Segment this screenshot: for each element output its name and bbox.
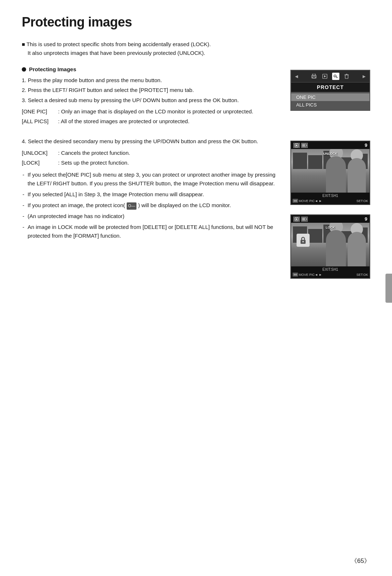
svg-rect-15 xyxy=(303,144,305,146)
svg-point-5 xyxy=(334,75,336,77)
svg-rect-14 xyxy=(306,145,307,146)
photo2-image-area: LOCK xyxy=(291,223,369,266)
photo2-person-left xyxy=(326,230,346,266)
section2-text: 4. Select the desired secondary menu by … xyxy=(22,137,279,242)
photo2-exit-row: EXIT:SH1 xyxy=(293,267,368,272)
term-lock-label: [LOCK] xyxy=(22,158,58,167)
svg-rect-8 xyxy=(345,75,348,78)
term-one-pic: [ONE PIC] : Only an image that is displa… xyxy=(22,107,279,126)
photo1-set-text: SET:OK xyxy=(356,199,368,203)
photo-ui-lock: 9 xyxy=(290,214,370,279)
photo2-set-text: SET:OK xyxy=(356,273,368,277)
protect-menu-one-pic: ONE PIC xyxy=(291,93,369,101)
intro-line2: It also unprotects images that have been… xyxy=(22,49,370,57)
photo1-battery-icon xyxy=(301,143,308,148)
photo1-number: 9 xyxy=(365,142,367,148)
photo2-nav-row: Int MOVE PIC◄ ► SET:OK xyxy=(293,272,368,277)
photo2-move-text: MOVE PIC◄ ► xyxy=(299,273,322,277)
trash-icon xyxy=(343,73,350,80)
photo2-play-icon xyxy=(293,217,300,222)
section1-content: Protecting Images 1. Press the play mode… xyxy=(22,66,370,127)
right-arrow-icon: ► xyxy=(362,73,367,79)
photo2-person-right xyxy=(348,232,366,266)
photo2-number: 9 xyxy=(365,216,367,222)
term-all-pics-desc: : All of the stored images are protected… xyxy=(58,117,279,125)
term-unlock: [UNLOCK] : Cancels the protect function. xyxy=(22,149,279,157)
step-3: 3. Select a desired sub menu by pressing… xyxy=(22,96,279,104)
protect-menu-all-pics: ALL PICS xyxy=(291,101,369,109)
photo2-nav-left: Int MOVE PIC◄ ► xyxy=(293,273,322,277)
camera-photos-col: 9 UNLOCK xyxy=(290,137,370,279)
photo2-bottom-bar: EXIT:SH1 Int MOVE PIC◄ ► SET:OK xyxy=(291,266,369,278)
print-icon xyxy=(310,73,318,80)
photo1-nav-left: Int MOVE PIC◄ ► xyxy=(293,199,322,203)
int-badge-1: Int xyxy=(293,199,298,203)
photo1-image-area: UNLOCK xyxy=(291,149,369,193)
svg-rect-20 xyxy=(303,218,305,220)
bullet-5: An image in LOCK mode will be protected … xyxy=(22,223,279,240)
svg-marker-4 xyxy=(324,75,326,77)
term-lock: [LOCK] : Sets up the protect function. xyxy=(22,158,279,167)
lock-icon-overlay xyxy=(297,234,310,247)
page-tab xyxy=(385,274,392,303)
photo1-bottom-bar: EXIT:SH1 Int MOVE PIC◄ ► SET:OK xyxy=(291,193,369,204)
term-one-pic-desc: : Only an image that is displayed on the… xyxy=(58,107,279,116)
unlock-overlay-label: UNLOCK xyxy=(323,152,338,156)
photo1-person-right xyxy=(348,158,366,193)
protect-menu-items: ONE PIC ALL PICS xyxy=(291,92,369,110)
step-2: 2. Press the LEFT/ RIGHT button and sele… xyxy=(22,86,279,94)
photo2-top-bar: 9 xyxy=(291,215,369,223)
left-arrow-icon: ◄ xyxy=(294,73,299,79)
photo1-exit-row: EXIT:SH1 xyxy=(293,193,368,198)
term-unlock-desc: : Cancels the protect function. xyxy=(58,149,279,157)
step-1: 1. Press the play mode button and press … xyxy=(22,76,279,84)
section2-content: 4. Select the desired secondary menu by … xyxy=(22,137,370,279)
term-one-pic-label: [ONE PIC] xyxy=(22,107,58,116)
intro-line1: ■ This is used to protect specific shots… xyxy=(22,40,370,49)
svg-marker-12 xyxy=(296,144,298,146)
svg-marker-17 xyxy=(296,218,298,220)
page-title: Protecting images xyxy=(22,15,370,30)
protect-menu-ui: ◄ ► PROTECT xyxy=(290,70,370,111)
bullet-1: If you select the[ONE PIC] sub menu at s… xyxy=(22,170,279,188)
play-icon xyxy=(321,73,328,80)
camera-icon-row xyxy=(310,73,350,80)
term-unlock-label: [UNLOCK] xyxy=(22,149,58,157)
int-badge-2: Int xyxy=(293,273,298,277)
building-b xyxy=(308,229,322,243)
svg-point-22 xyxy=(302,241,304,242)
photo1-person-left xyxy=(326,156,346,193)
key-protect-icon xyxy=(332,73,339,80)
photo1-play-icon xyxy=(293,143,300,148)
term-lock-desc: : Sets up the protect function. xyxy=(58,158,279,167)
bullet-4: (An unprotected image has no indicator) xyxy=(22,212,279,221)
step-4: 4. Select the desired secondary menu by … xyxy=(22,137,279,145)
section1-text: Protecting Images 1. Press the play mode… xyxy=(22,66,279,127)
svg-line-6 xyxy=(336,77,338,77)
protect-menu-header: PROTECT xyxy=(291,82,369,92)
photo1-nav-row: Int MOVE PIC◄ ► SET:OK xyxy=(293,198,368,204)
term-all-pics-label: [ALL PICS] xyxy=(22,117,58,125)
photo2-battery-icon xyxy=(301,217,308,222)
section1-title: Protecting Images xyxy=(22,66,279,72)
photo1-top-left xyxy=(293,143,308,148)
bullet-icon xyxy=(22,67,26,72)
page-number: 《65》 xyxy=(351,557,370,565)
bullet-3: If you protect an image, the protect ico… xyxy=(22,201,279,210)
bullet-2: If you selected [ALL] in Step 3, the Ima… xyxy=(22,190,279,199)
steps-list: 1. Press the play mode button and press … xyxy=(22,76,279,104)
photo1-top-bar: 9 xyxy=(291,141,369,149)
camera-top-bar: ◄ ► xyxy=(291,71,369,82)
building-2 xyxy=(308,155,322,169)
svg-rect-2 xyxy=(313,77,315,78)
photo2-top-left xyxy=(293,217,308,222)
intro-block: ■ This is used to protect specific shots… xyxy=(22,40,370,57)
photo1-move-text: MOVE PIC◄ ► xyxy=(299,199,322,203)
photo-ui-unlock: 9 UNLOCK xyxy=(290,141,370,205)
svg-rect-19 xyxy=(306,218,307,220)
section2: 4. Select the desired secondary menu by … xyxy=(22,137,370,279)
lock-overlay-label: LOCK xyxy=(326,226,335,229)
building-1 xyxy=(293,153,307,169)
